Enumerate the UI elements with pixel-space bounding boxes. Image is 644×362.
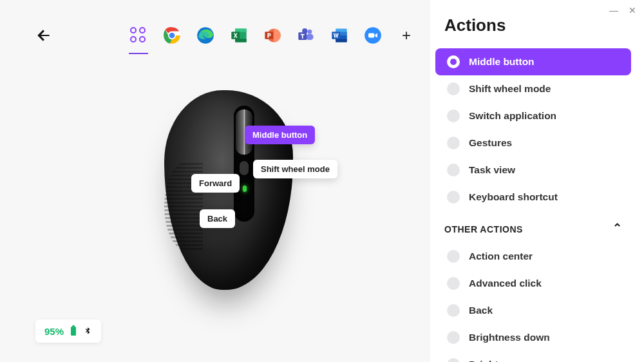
svg-rect-17 (336, 39, 347, 42)
other-actions-header[interactable]: OTHER ACTIONS ⌃ (430, 211, 636, 243)
action-gestures[interactable]: Gestures (435, 129, 631, 157)
edge-icon (196, 26, 214, 44)
teams-icon (297, 26, 315, 44)
svg-rect-20 (368, 33, 374, 38)
mouse-status-led (243, 186, 247, 192)
app-profiles-row: + (129, 26, 416, 45)
device-status-chip[interactable]: 95% (35, 319, 101, 343)
panel-title: Actions (444, 15, 631, 35)
radio-icon (447, 358, 460, 362)
main-pane: + Middle button Shift wheel mode Forward… (0, 0, 430, 362)
bluetooth-icon (83, 325, 92, 337)
action-brightness-up[interactable]: Brightness up (435, 351, 631, 362)
action-task-view[interactable]: Task view (435, 157, 631, 184)
app-all-applications[interactable] (129, 26, 148, 45)
svg-rect-12 (306, 34, 314, 40)
radio-icon (447, 250, 460, 263)
action-keyboard-shortcut[interactable]: Keyboard shortcut (435, 184, 631, 211)
chevron-up-icon: ⌃ (612, 221, 623, 235)
action-back[interactable]: Back (435, 297, 631, 324)
radio-icon (447, 82, 460, 95)
action-label: Task view (469, 164, 515, 176)
radio-icon (447, 277, 460, 290)
powerpoint-icon (263, 26, 281, 44)
chrome-icon (163, 26, 181, 44)
action-label: Keyboard shortcut (469, 191, 558, 203)
action-label: Action center (469, 251, 533, 262)
callout-shift-wheel-mode[interactable]: Shift wheel mode (253, 160, 337, 178)
svg-rect-5 (235, 29, 247, 32)
radio-icon (447, 191, 460, 204)
radio-icon (447, 331, 460, 344)
app-chrome[interactable] (162, 26, 182, 45)
action-shift-wheel-mode[interactable]: Shift wheel mode (435, 75, 631, 102)
action-label: Switch application (469, 110, 556, 122)
app-teams[interactable] (296, 26, 316, 45)
app-excel[interactable] (229, 26, 249, 45)
action-label: Back (469, 305, 493, 316)
minimize-button[interactable]: — (609, 5, 618, 15)
word-icon (330, 26, 348, 44)
mouse-mode-switch (240, 161, 249, 175)
callout-back[interactable]: Back (200, 209, 235, 228)
radio-icon (447, 137, 460, 149)
svg-rect-21 (71, 327, 76, 336)
action-brightness-down[interactable]: Brightness down (435, 324, 631, 351)
window-controls: — ✕ (609, 5, 636, 15)
svg-point-10 (307, 30, 312, 34)
app-root: + Middle button Shift wheel mode Forward… (0, 0, 644, 362)
action-label: Brightness down (469, 332, 550, 343)
app-powerpoint[interactable] (263, 26, 282, 45)
callout-middle-button[interactable]: Middle button (245, 126, 315, 144)
radio-icon (447, 110, 460, 122)
app-edge[interactable] (196, 26, 215, 45)
battery-icon (69, 325, 78, 337)
plus-icon: + (402, 26, 411, 44)
add-application-button[interactable]: + (397, 26, 416, 45)
excel-icon (230, 26, 248, 44)
action-label: Advanced click (469, 278, 542, 289)
actions-scroll[interactable]: Middle button Shift wheel mode Switch ap… (430, 48, 644, 362)
mouse-diagram: Middle button Shift wheel mode Forward B… (164, 90, 306, 303)
radio-icon (447, 164, 460, 176)
back-arrow-button[interactable] (35, 27, 52, 44)
radio-icon (447, 55, 460, 68)
action-label: Shift wheel mode (469, 83, 551, 95)
app-zoom[interactable] (363, 26, 383, 45)
close-button[interactable]: ✕ (629, 5, 636, 15)
apps-grid-icon (130, 27, 147, 44)
action-switch-application[interactable]: Switch application (435, 102, 631, 129)
action-label: Middle button (469, 56, 535, 68)
svg-rect-6 (235, 39, 247, 42)
action-middle-button[interactable]: Middle button (435, 48, 631, 75)
section-title: OTHER ACTIONS (444, 224, 523, 234)
action-label: Brightness up (469, 359, 536, 362)
action-action-center[interactable]: Action center (435, 243, 631, 270)
actions-panel: — ✕ Actions Middle button Shift wheel mo… (430, 0, 644, 362)
svg-rect-22 (72, 325, 75, 327)
svg-rect-18 (332, 32, 340, 39)
radio-icon (447, 304, 460, 317)
zoom-icon (364, 26, 382, 44)
battery-percent: 95% (44, 326, 64, 337)
arrow-left-icon (35, 27, 52, 44)
action-advanced-click[interactable]: Advanced click (435, 270, 631, 297)
callout-forward[interactable]: Forward (191, 174, 240, 193)
app-word[interactable] (330, 26, 349, 45)
action-label: Gestures (469, 137, 512, 149)
